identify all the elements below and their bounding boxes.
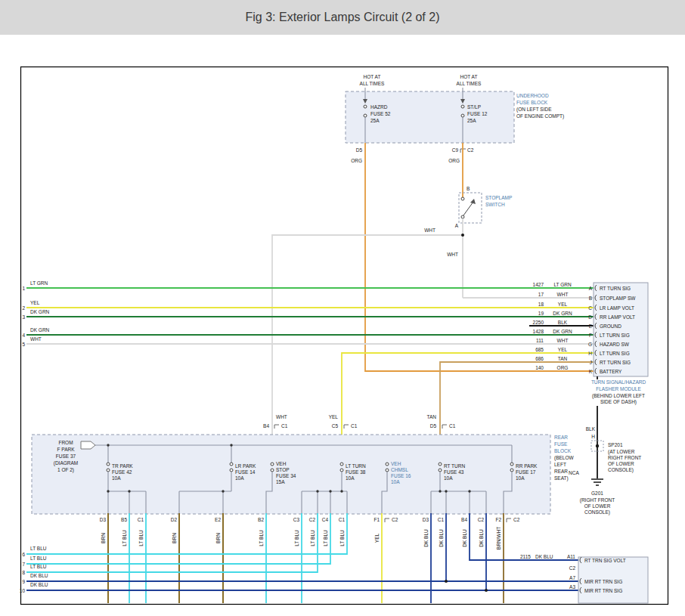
connector-tick-icon (442, 425, 447, 429)
right-module-row-label: MIR RT TRN SIG (584, 588, 622, 593)
flasher-row-label: HAZARD SW (600, 342, 630, 347)
flasher-row-color: BLK (558, 320, 568, 325)
stoplamp-switch-label-1: STOPLAMP (485, 195, 512, 200)
from-label-3: FUSE 37 (56, 453, 76, 459)
right-module-pin-a3: A3 (569, 584, 575, 590)
output-conn: C2 (513, 517, 520, 522)
diagram-canvas: HOT AT ALL TIMES HOT AT ALL TIMES HAZRD … (0, 0, 685, 616)
output-conn: C2 (392, 517, 398, 522)
flasher-row-circuit: 1427 (533, 282, 544, 287)
flasher-row-pin: B (589, 296, 592, 301)
pin-c9: C9 (452, 147, 459, 153)
flasher-row-label: LT TURN SIG (600, 333, 630, 338)
ground-loc-3: CONSOLE) (584, 509, 610, 515)
fuse-terminal-icon (461, 105, 464, 108)
nca-label: NCA (569, 470, 579, 475)
connector-tick-icon (344, 425, 349, 429)
splice-loc-3: OF LOWER (608, 461, 634, 466)
junction-dot (445, 580, 448, 583)
flasher-name-3: (BEHIND LOWER LEFT (592, 393, 645, 399)
output-color: DK BLU (423, 529, 429, 547)
flasher-row-label: LT TURN SIG (600, 351, 630, 356)
flasher-row-circuit: 18 (538, 302, 544, 307)
underhood-fuse-block: HOT AT ALL TIMES HOT AT ALL TIMES HAZRD … (346, 74, 564, 163)
flasher-row-pin: D (588, 314, 592, 320)
connector-tick-icon (274, 425, 279, 429)
flasher-row-pin: H (588, 351, 592, 356)
flasher-row-color: LT GRN (553, 282, 572, 287)
wire-1-color: LT GRN (30, 280, 48, 286)
switch-terminal-icon (461, 197, 464, 200)
fuse-text: RT TURN (444, 463, 465, 469)
flasher-row-circuit: 2250 (533, 320, 544, 325)
flasher-row-color: TAN (558, 356, 568, 361)
wire-5-num: 5 (22, 342, 25, 347)
wire-6-num: 6 (22, 552, 25, 557)
wire-7-num: 7 (22, 562, 25, 567)
entry-yel-conn: C1 (351, 423, 358, 429)
flasher-row-pin: A (589, 286, 593, 291)
rear-block-label-3: BLOCK (554, 448, 572, 453)
fuse-text-chmsl: 10A (391, 479, 400, 484)
wire-2-num: 2 (22, 305, 25, 311)
flasher-row-label: RT TURN SIG (600, 360, 631, 365)
flasher-name-2: FLASHER MODULE (596, 386, 641, 392)
rear-block-label-1: REAR (554, 435, 568, 440)
wire-7-ltblu (26, 513, 330, 564)
switch-pin-b: B (466, 186, 470, 191)
switch-pin-a: A (455, 223, 459, 228)
fuse-text: LR PARK (235, 463, 256, 469)
junction-dot (485, 589, 488, 592)
splice-loc-1: (AT LOWER (608, 449, 635, 455)
flasher-row-color: DK GRN (553, 311, 572, 316)
rear-block-label-2: FUSE (554, 441, 568, 447)
flasher-row-label: STOPLAMP SW (600, 296, 636, 301)
flasher-row-pin: E (589, 323, 593, 329)
output-pin: D2 (171, 517, 178, 522)
fuse-text: VEH (276, 461, 287, 466)
fuse-text-chmsl: FUSE 16 (391, 473, 411, 478)
splice-loc-4: CONSOLE) (608, 467, 634, 473)
fuse-text: 10A (235, 475, 244, 481)
fuse-stlp-name: ST/LP (467, 104, 481, 110)
fuse-terminal-icon (364, 105, 367, 108)
output-color: YEL (374, 533, 380, 543)
entry-tan-color: TAN (426, 414, 436, 419)
wire-5-color: WHT (30, 336, 42, 342)
output-pin: C1 (339, 517, 346, 522)
a11-circuit: 2115 (520, 554, 531, 559)
splice-loc-2: RIGHT FRONT (608, 455, 641, 460)
fuse-text: 15A (276, 479, 285, 484)
flasher-row-pin: J (590, 360, 592, 365)
entry-wht-color: WHT (276, 414, 287, 419)
flasher-row-circuit: 1428 (533, 329, 544, 334)
wire-10-color: DK BLU (30, 582, 48, 587)
splice-pin-h: H (591, 434, 595, 439)
from-label-2: F PARK (57, 447, 76, 452)
right-module-row-label: RT TRN SIG VOLT (584, 558, 626, 563)
output-pin: C4 (322, 517, 329, 522)
output-color: DK BLU (462, 529, 467, 547)
fuse-text: TR PARK (112, 463, 133, 469)
from-label-5: 1 OF 2) (57, 467, 74, 473)
pin-d5: D5 (356, 147, 363, 153)
ground-loc-2: OF LOWER (584, 503, 611, 509)
fuse-stlp-rating: 25A (467, 118, 476, 123)
rear-block-label-7: SEAT) (554, 475, 569, 481)
output-pin: C1 (138, 517, 144, 522)
flasher-row-label: RR LAMP VOLT (600, 314, 635, 320)
rear-fuse-block: WHT B4 C1 YEL C5 C1 TAN D5 C1 FROM F PAR… (32, 414, 575, 514)
conn-c2: C2 (467, 147, 474, 153)
output-color: LT BLU (122, 530, 127, 546)
wire-label-org-right: ORG (448, 158, 460, 163)
fuse-stlp-number: FUSE 12 (467, 111, 488, 116)
entry-yel-pin: C5 (332, 423, 339, 429)
wire-2-color: YEL (30, 300, 40, 305)
flasher-row-label: BATTERY (600, 369, 622, 374)
flasher-name-1: TURN SIGNAL/HAZARD (591, 379, 646, 385)
from-label-4: (DIAGRAM (54, 460, 79, 466)
fuse-hazrd-rating: 25A (370, 118, 380, 123)
output-color: LT BLU (339, 530, 345, 546)
output-color: DK BLU (479, 529, 484, 547)
output-color: LT BLU (323, 530, 328, 546)
